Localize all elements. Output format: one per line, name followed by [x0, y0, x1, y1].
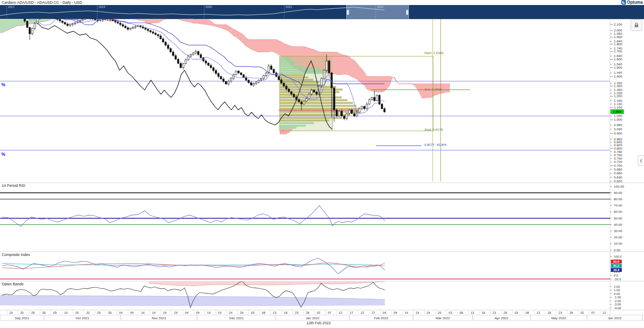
svg-text:1.900: 1.900 — [614, 35, 623, 39]
day-axis-label: 03 — [251, 311, 254, 315]
day-axis-label: 30 — [108, 311, 112, 315]
collapse-axis-button[interactable]: ❮ — [638, 155, 644, 166]
svg-text:1.400: 1.400 — [614, 75, 623, 78]
day-axis-label: 20 — [86, 311, 89, 315]
timeline-year-2017: 2017 — [8, 5, 15, 8]
svg-text:1.200: 1.200 — [614, 94, 623, 98]
day-axis-label: 08 — [262, 311, 265, 315]
day-axis-label: 17 — [350, 311, 353, 315]
month-axis-label: Oct 2021 — [75, 316, 89, 320]
svg-text:0.620: 0.620 — [614, 179, 623, 183]
lock-icon — [634, 22, 639, 28]
day-axis-label: 28 — [569, 311, 573, 315]
fib-retracement-value[interactable]: 0.8177 — [424, 143, 434, 147]
month-axis-label: Jan 2022 — [306, 316, 319, 320]
day-axis-label: 19 — [218, 311, 221, 315]
month-axis-label: Sep 2021 — [15, 316, 29, 320]
day-axis-label: 15 — [9, 311, 13, 315]
svg-text:10.00: 10.00 — [614, 242, 623, 245]
fib-end-label[interactable]: End: 0.9175 — [425, 128, 443, 132]
day-axis-label: 19 — [152, 311, 156, 315]
svg-text:1.500: 1.500 — [614, 66, 623, 70]
fib-percent-label-lower: % — [1, 152, 5, 157]
day-axis-label: 09 — [130, 311, 133, 315]
day-axis-label: 28 — [504, 311, 507, 315]
last-price-badge: 1.063 — [610, 109, 624, 114]
day-axis-label: 07 — [592, 311, 595, 315]
day-axis-label: 23 — [295, 311, 298, 315]
svg-text:0.700: 0.700 — [614, 164, 623, 168]
svg-text:0.640: 0.640 — [614, 176, 623, 179]
fib-start-label[interactable]: Start: 1.6383 — [424, 51, 444, 55]
svg-text:90.00: 90.00 — [614, 191, 623, 195]
timeline-year-2021: 2021 — [286, 5, 292, 8]
cursor-date-label: 12th Feb 2022 — [285, 321, 352, 325]
day-axis-label: 09 — [196, 311, 199, 315]
svg-text:0.960: 0.960 — [614, 123, 623, 127]
day-axis-label: 02 — [580, 311, 584, 315]
optuma-logo-icon — [621, 0, 626, 5]
day-axis-label: 09 — [394, 311, 397, 315]
day-axis-label: 14 — [207, 311, 210, 315]
day-axis-label: 19 — [415, 311, 419, 315]
svg-text:0.930: 0.930 — [614, 127, 623, 131]
fib-retracement-percent: 61.8% — [437, 143, 447, 147]
svg-text:1.440: 1.440 — [614, 71, 623, 75]
day-axis-label: 14 — [141, 311, 144, 315]
svg-text:1.030: 1.030 — [614, 114, 623, 118]
day-axis-label: 20 — [20, 311, 23, 315]
composite-panel-title: Composite Index — [2, 253, 30, 257]
svg-text:1.100: 1.100 — [614, 106, 623, 109]
month-axis-label: Apr 2022 — [495, 316, 509, 320]
day-axis-label: 13 — [537, 311, 540, 315]
day-axis-label: 08 — [525, 311, 529, 315]
day-axis-label: 12 — [339, 311, 342, 315]
chart-canvas[interactable]: 2.1002.0001.9501.9001.8401.8001.7401.700… — [0, 0, 644, 328]
day-axis-label: 24 — [163, 311, 166, 315]
svg-text:40.00: 40.00 — [614, 223, 623, 227]
svg-text:-20.0: -20.0 — [614, 277, 621, 281]
day-axis-label: 29 — [240, 311, 243, 315]
fib-ext-label[interactable]: Ext: 1.2632 — [425, 88, 441, 91]
fib-percent-label-upper: % — [1, 82, 5, 87]
composite-value-badge-teal: 51.2 — [611, 264, 622, 268]
lock-button[interactable] — [631, 19, 642, 31]
month-axis-label: Nov 2021 — [152, 316, 166, 320]
day-axis-label: 24 — [427, 311, 430, 315]
svg-text:80.00: 80.00 — [614, 197, 623, 201]
day-axis-label: 18 — [548, 311, 551, 315]
day-axis-label: 22 — [361, 311, 364, 315]
svg-text:0.0: 0.0 — [614, 274, 618, 277]
window-title: Cardano ADA/USD - ADAUSD:CC - Daily - US… — [2, 0, 82, 5]
optuma-logo-text: Optuma — [627, 0, 643, 5]
day-axis-label: 02 — [317, 311, 320, 315]
optuma-logo: Optuma — [621, 0, 643, 5]
timeline-selection-range[interactable] — [346, 5, 409, 19]
day-axis-label: 12 — [602, 311, 606, 315]
day-axis-label: 13 — [273, 311, 276, 315]
svg-text:0.00: 0.00 — [614, 248, 621, 252]
svg-text:20.00: 20.00 — [614, 235, 623, 239]
svg-text:60.00: 60.00 — [614, 210, 623, 214]
month-axis-label: Feb 2022 — [374, 316, 388, 320]
timeline-selection-left-handle[interactable] — [346, 10, 349, 15]
day-axis-label: 27 — [372, 311, 375, 315]
day-axis-label: 30 — [42, 311, 46, 315]
day-axis-label: 29 — [174, 311, 177, 315]
svg-text:1.800: 1.800 — [614, 42, 623, 46]
day-axis-label: 03 — [514, 311, 518, 315]
day-axis-label: 15 — [75, 311, 78, 315]
day-axis-label: 18 — [284, 311, 287, 315]
timeline-selection-right-handle[interactable] — [406, 10, 409, 15]
day-axis-label: 07 — [328, 311, 331, 315]
optex-panel-title: Optex Bands — [2, 282, 23, 286]
optuma-app-window: 2.1002.0001.9501.9001.8401.8001.7401.700… — [0, 0, 644, 328]
day-axis-label: 25 — [97, 311, 101, 315]
day-axis-label: 18 — [482, 311, 485, 315]
composite-value-badge-navy: 26.8 — [611, 268, 622, 272]
month-axis-label: Jun 2022 — [608, 316, 622, 320]
svg-text:30.00: 30.00 — [614, 229, 623, 233]
svg-text:0.680: 0.680 — [614, 168, 623, 171]
svg-text:-4.00: -4.00 — [614, 306, 621, 310]
day-axis-label: 04 — [119, 311, 122, 315]
